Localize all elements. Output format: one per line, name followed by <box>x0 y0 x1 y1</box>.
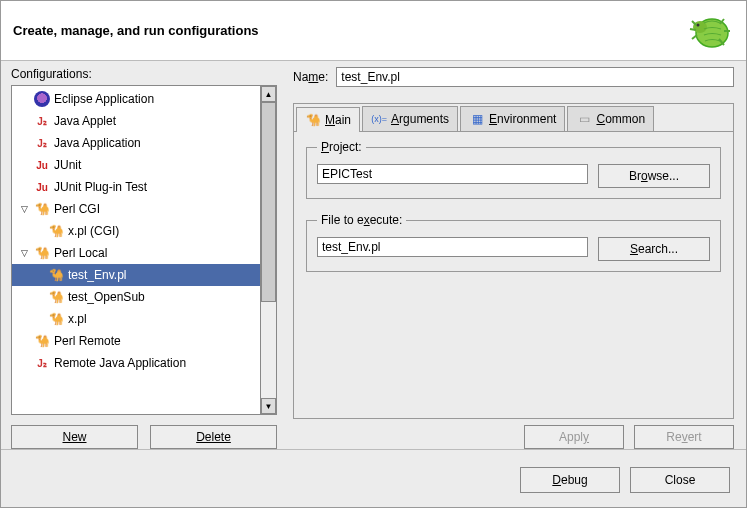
twisty-icon <box>18 93 30 105</box>
name-input[interactable] <box>336 67 734 87</box>
scroll-down-button[interactable]: ▼ <box>261 398 276 414</box>
tree-node-perl-remote[interactable]: 🐪Perl Remote <box>12 330 260 352</box>
java-icon: J₂ <box>34 355 50 371</box>
scrollbar[interactable]: ▲ ▼ <box>261 85 277 415</box>
twisty-icon <box>18 181 30 193</box>
java-icon: J₂ <box>34 135 50 151</box>
camel-icon: 🐪 <box>48 223 64 239</box>
tree-node-label: Java Applet <box>54 114 116 128</box>
twisty-icon <box>18 115 30 127</box>
tree-node-x-pl-cgi-[interactable]: 🐪x.pl (CGI) <box>12 220 260 242</box>
bug-icon <box>686 7 734 55</box>
tree-node-remote-java-application[interactable]: J₂Remote Java Application <box>12 352 260 374</box>
twisty-icon <box>18 159 30 171</box>
tree-node-label: Perl Local <box>54 246 107 260</box>
tab-panel: 🐪Main(x)=Arguments▦Environment▭Common Pr… <box>293 103 734 419</box>
scroll-thumb[interactable] <box>261 102 276 302</box>
close-button[interactable]: Close <box>630 467 730 493</box>
tree-node-java-applet[interactable]: J₂Java Applet <box>12 110 260 132</box>
tab-label: Arguments <box>391 112 449 126</box>
apply-button[interactable]: Apply <box>524 425 624 449</box>
revert-button[interactable]: Revert <box>634 425 734 449</box>
tab-body-main: Project: Browse... File to execute: Sear… <box>294 132 733 294</box>
tab-main[interactable]: 🐪Main <box>296 107 360 132</box>
configurations-tree[interactable]: Eclipse ApplicationJ₂Java AppletJ₂Java A… <box>11 85 261 415</box>
tree-node-perl-cgi[interactable]: ▽🐪Perl CGI <box>12 198 260 220</box>
tree-node-label: test_OpenSub <box>68 290 145 304</box>
java-icon: J₂ <box>34 113 50 129</box>
svg-point-3 <box>697 23 700 26</box>
tab-label: Common <box>596 112 645 126</box>
junit-icon: Ju <box>34 179 50 195</box>
twisty-icon[interactable]: ▽ <box>18 247 30 259</box>
project-legend: Project: <box>317 140 366 154</box>
tree-node-label: Perl CGI <box>54 202 100 216</box>
search-button[interactable]: Search... <box>598 237 710 261</box>
tree-node-label: Eclipse Application <box>54 92 154 106</box>
arguments-icon: (x)= <box>371 111 387 127</box>
camel-icon: 🐪 <box>48 311 64 327</box>
scroll-up-button[interactable]: ▲ <box>261 86 276 102</box>
tree-node-test-opensub[interactable]: 🐪test_OpenSub <box>12 286 260 308</box>
tree-node-junit-plug-in-test[interactable]: JuJUnit Plug-in Test <box>12 176 260 198</box>
tree-node-test-env-pl[interactable]: 🐪test_Env.pl <box>12 264 260 286</box>
tabs: 🐪Main(x)=Arguments▦Environment▭Common <box>294 104 733 132</box>
browse-button[interactable]: Browse... <box>598 164 710 188</box>
twisty-icon[interactable]: ▽ <box>18 203 30 215</box>
environment-icon: ▦ <box>469 111 485 127</box>
file-input[interactable] <box>317 237 588 257</box>
twisty-icon <box>18 137 30 149</box>
camel-icon: 🐪 <box>305 112 321 128</box>
junit-icon: Ju <box>34 157 50 173</box>
tree-node-label: x.pl (CGI) <box>68 224 119 238</box>
camel-icon: 🐪 <box>34 333 50 349</box>
tab-common[interactable]: ▭Common <box>567 106 654 131</box>
twisty-icon <box>18 335 30 347</box>
project-input[interactable] <box>317 164 588 184</box>
tree-node-x-pl[interactable]: 🐪x.pl <box>12 308 260 330</box>
project-group: Project: Browse... <box>306 140 721 199</box>
footer: Debug Close <box>1 449 746 508</box>
delete-button[interactable]: Delete <box>150 425 277 449</box>
tab-environment[interactable]: ▦Environment <box>460 106 565 131</box>
tab-arguments[interactable]: (x)=Arguments <box>362 106 458 131</box>
eclipse-icon <box>34 91 50 107</box>
tree-node-label: JUnit Plug-in Test <box>54 180 147 194</box>
tree-node-label: Remote Java Application <box>54 356 186 370</box>
tree-node-java-application[interactable]: J₂Java Application <box>12 132 260 154</box>
file-legend: File to execute: <box>317 213 406 227</box>
tree-node-eclipse-application[interactable]: Eclipse Application <box>12 88 260 110</box>
tree-buttons: New Delete <box>11 425 277 449</box>
tree-node-label: x.pl <box>68 312 87 326</box>
camel-icon: 🐪 <box>34 245 50 261</box>
apply-row: Apply Revert <box>293 425 734 449</box>
name-row: Name: <box>293 67 734 87</box>
content: Configurations: Eclipse ApplicationJ₂Jav… <box>1 61 746 449</box>
camel-icon: 🐪 <box>34 201 50 217</box>
left-pane: Configurations: Eclipse ApplicationJ₂Jav… <box>1 61 287 449</box>
tree-node-label: JUnit <box>54 158 81 172</box>
common-icon: ▭ <box>576 111 592 127</box>
tree-node-junit[interactable]: JuJUnit <box>12 154 260 176</box>
tree-node-perl-local[interactable]: ▽🐪Perl Local <box>12 242 260 264</box>
configurations-label: Configurations: <box>11 67 277 81</box>
name-label: Name: <box>293 70 328 84</box>
right-pane: Name: 🐪Main(x)=Arguments▦Environment▭Com… <box>287 61 746 449</box>
tab-label: Main <box>325 113 351 127</box>
tab-label: Environment <box>489 112 556 126</box>
tree-node-label: Java Application <box>54 136 141 150</box>
new-button[interactable]: New <box>11 425 138 449</box>
camel-icon: 🐪 <box>48 289 64 305</box>
file-group: File to execute: Search... <box>306 213 721 272</box>
tree-container: Eclipse ApplicationJ₂Java AppletJ₂Java A… <box>11 85 277 415</box>
tree-node-label: Perl Remote <box>54 334 121 348</box>
dialog-title: Create, manage, and run configurations <box>13 23 259 38</box>
camel-icon: 🐪 <box>48 267 64 283</box>
header: Create, manage, and run configurations <box>1 1 746 61</box>
tree-node-label: test_Env.pl <box>68 268 126 282</box>
twisty-icon <box>18 357 30 369</box>
debug-button[interactable]: Debug <box>520 467 620 493</box>
